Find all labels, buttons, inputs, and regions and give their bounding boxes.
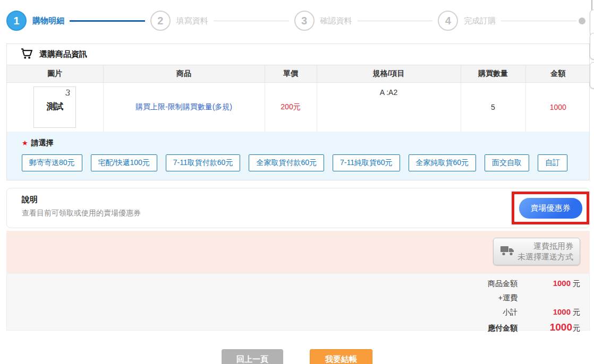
truck-icon [500, 245, 515, 258]
step-1-cart-details: 1 購物明細 [6, 11, 64, 31]
summary-row-subtotal: 小計 1000元 [7, 307, 580, 322]
shipping-option-711-pickup[interactable]: 7-11純取貨60元 [333, 154, 400, 171]
freight-notice-band: 運費抵用券 未選擇運送方式 [6, 231, 590, 273]
shipping-option-face-to-face[interactable]: 面交自取 [485, 154, 529, 171]
step-connector [214, 21, 289, 21]
required-star-icon: ★ [22, 139, 28, 147]
shipping-option-family-pickup[interactable]: 全家純取貨60元 [409, 154, 477, 171]
step-3-label: 確認資料 [320, 16, 352, 26]
shipping-option-family-cod[interactable]: 全家取貨付款60元 [249, 154, 324, 171]
step-1-circle: 1 [6, 11, 27, 31]
header-image: 圖片 [7, 65, 103, 82]
cell-unit-price: 200元 [265, 82, 317, 132]
step-4-circle: 4 [438, 11, 458, 31]
header-product: 商品 [103, 65, 265, 82]
step-connector [70, 20, 145, 22]
cell-quantity: 5 [461, 82, 525, 132]
shop-coupon-button[interactable]: 賣場優惠券 [519, 198, 582, 219]
summary-row-product-amount: 商品金額 1000元 [7, 279, 580, 293]
header-spec: 規格/項目 [317, 65, 461, 82]
footer-actions: 回上一頁 我要結帳 [0, 349, 594, 364]
step-4-complete-order: 4 完成訂購 [438, 11, 496, 31]
product-thumbnail[interactable]: 測試 3 [33, 86, 76, 128]
step-3-circle: 3 [294, 11, 315, 31]
shipping-option-post[interactable]: 郵寄寄送80元 [22, 154, 82, 171]
header-unit-price: 單價 [265, 65, 317, 82]
order-summary-band: 商品金額 1000元 +運費 小計 1000元 應付金額 1000元 [6, 273, 590, 331]
note-description: 查看目前可領取或使用的賣場優惠券 [22, 209, 589, 218]
step-3-confirm-info: 3 確認資料 [294, 11, 352, 31]
summary-label: +運費 [498, 293, 517, 303]
cell-amount: 1000 [525, 82, 590, 132]
coupon-note-box: 說明 查看目前可領取或使用的賣場優惠券 賣場優惠券 [6, 188, 590, 228]
shipping-required-label: ★請選擇 [22, 138, 589, 148]
checkout-button[interactable]: 我要結帳 [310, 349, 372, 364]
shipping-label-text: 請選擇 [31, 138, 54, 147]
header-amount: 金額 [525, 65, 590, 82]
edge-floating-widget[interactable] [590, 10, 594, 36]
edge-floating-widget[interactable] [590, 33, 594, 59]
cell-product-name: 購買上限-限制購買數量(多規) [103, 82, 265, 132]
shipping-option-711-cod[interactable]: 7-11取貨付款60元 [166, 154, 241, 171]
summary-value [517, 293, 580, 302]
step-2-label: 填寫資料 [176, 16, 208, 26]
product-name-link[interactable]: 購買上限-限制購買數量(多規) [135, 102, 232, 111]
checkout-page: 1 購物明細 2 填寫資料 3 確認資料 4 完成訂購 [0, 0, 594, 364]
cart-items-table: 圖片 商品 單價 規格/項目 購買數量 金額 測試 3 [7, 65, 590, 132]
card-title: 選購商品資訊 [39, 49, 87, 59]
selected-products-card: 選購商品資訊 圖片 商品 單價 規格/項目 購買數量 金額 [6, 44, 590, 180]
step-2-fill-info: 2 填寫資料 [150, 11, 208, 31]
note-title: 說明 [22, 195, 589, 205]
checkout-stepper: 1 購物明細 2 填寫資料 3 確認資料 4 完成訂購 [0, 0, 594, 38]
step-connector [501, 21, 576, 21]
red-annotation-box: 賣場優惠券 [512, 192, 589, 224]
summary-value: 1000元 [517, 322, 580, 333]
shipping-method-section: ★請選擇 郵寄寄送80元 宅配/快遞100元 7-11取貨付款60元 全家取貨付… [7, 132, 589, 180]
step-connector [358, 21, 433, 21]
cart-icon [21, 48, 32, 61]
step-4-label: 完成訂購 [464, 16, 496, 26]
summary-value: 1000元 [517, 279, 580, 289]
cell-image: 測試 3 [7, 82, 103, 132]
step-2-circle: 2 [150, 11, 171, 31]
table-header-row: 圖片 商品 單價 規格/項目 購買數量 金額 [7, 65, 590, 82]
header-quantity: 購買數量 [461, 65, 525, 82]
product-thumbnail-text: 測試 [46, 101, 63, 112]
stepper-end-dot [579, 18, 585, 24]
freight-button-line2: 未選擇運送方式 [517, 252, 573, 262]
cell-spec: A :A2 [317, 82, 461, 132]
edge-floating-widget[interactable] [590, 62, 594, 89]
shipping-option-custom[interactable]: 自訂 [538, 154, 567, 171]
back-button[interactable]: 回上一頁 [222, 349, 283, 364]
summary-label: 應付金額 [488, 324, 517, 333]
freight-coupon-button[interactable]: 運費抵用券 未選擇運送方式 [493, 238, 580, 265]
product-thumbnail-mark: 3 [64, 88, 71, 98]
summary-row-amount-due: 應付金額 1000元 [7, 322, 580, 336]
summary-value: 1000元 [517, 307, 580, 317]
summary-label: 小計 [503, 308, 517, 317]
freight-button-text: 運費抵用券 未選擇運送方式 [517, 241, 573, 263]
freight-button-line1: 運費抵用券 [517, 241, 573, 252]
card-title-row: 選購商品資訊 [7, 44, 589, 65]
shipping-options: 郵寄寄送80元 宅配/快遞100元 7-11取貨付款60元 全家取貨付款60元 … [22, 154, 589, 171]
summary-label: 商品金額 [488, 279, 517, 289]
table-row: 測試 3 購買上限-限制購買數量(多規) 200元 A :A2 5 1000 [7, 82, 590, 132]
summary-row-freight: +運費 [7, 293, 580, 307]
step-1-label: 購物明細 [32, 16, 64, 26]
shipping-option-home-delivery[interactable]: 宅配/快遞100元 [91, 154, 157, 171]
